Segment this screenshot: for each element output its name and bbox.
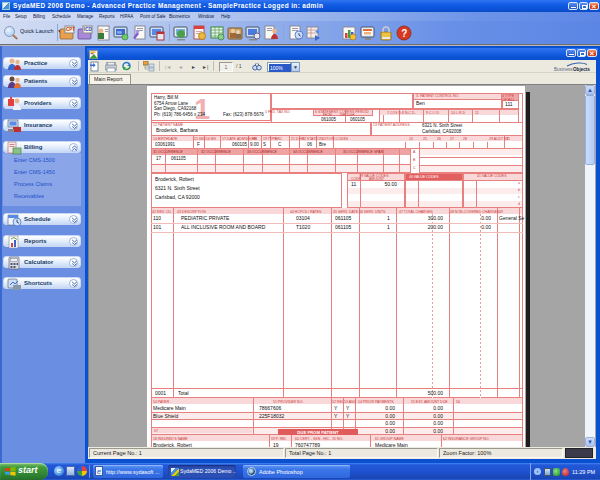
svg-text:Business: Business — [554, 67, 573, 72]
svg-text:?: ? — [401, 28, 407, 39]
svg-text:Objects: Objects — [573, 67, 590, 72]
svg-text:ICD: ICD — [84, 27, 93, 32]
svg-text:99: 99 — [117, 30, 122, 35]
svg-text:CPT: CPT — [66, 27, 75, 32]
